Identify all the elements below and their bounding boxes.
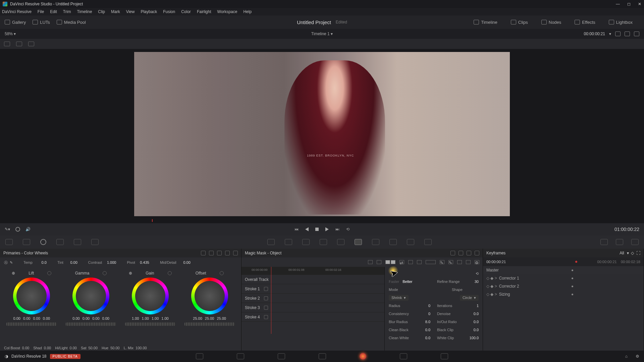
maximize-button[interactable]: ◻	[627, 2, 631, 6]
auto-icon[interactable]: Ⓐ	[4, 260, 8, 265]
lift-reset-icon[interactable]	[47, 271, 51, 275]
playhead-icon[interactable]	[152, 219, 153, 222]
track-stroke-3[interactable]: Stroke 3	[241, 303, 384, 312]
qualifier2-icon[interactable]	[302, 239, 310, 245]
keyframe-dot-icon[interactable]	[572, 269, 573, 271]
offset-wheel[interactable]	[191, 278, 228, 314]
quality-faster[interactable]: Faster	[389, 280, 399, 284]
quality-better[interactable]: Better	[402, 280, 412, 284]
transport-timecode[interactable]: 01:00:00:22	[614, 227, 639, 232]
track-stroke-4[interactable]: Stroke 4	[241, 312, 384, 322]
track-fwd-one-icon[interactable]	[417, 260, 422, 264]
keyframe-dot-icon[interactable]	[572, 278, 573, 279]
menu-mark[interactable]: Mark	[111, 9, 120, 14]
menu-dots-icon[interactable]	[475, 251, 479, 255]
menu-trim[interactable]: Trim	[63, 9, 71, 14]
reset-icon[interactable]	[467, 251, 471, 255]
kf-row-master[interactable]: Master	[483, 266, 644, 274]
shape-select[interactable]: Circle ▾	[460, 295, 479, 301]
kf-row-sizing[interactable]: ◇ ◆ >Sizing	[483, 290, 644, 298]
kf-dot-icon[interactable]: ◇	[631, 251, 634, 255]
curves2-icon[interactable]	[267, 239, 275, 245]
trash-icon[interactable]	[264, 306, 268, 310]
blur-icon[interactable]	[372, 239, 379, 245]
link-icon[interactable]: ⊕	[129, 271, 132, 276]
first-frame-button[interactable]: ⏮	[294, 227, 299, 232]
timeline-name[interactable]: Timeline 1	[311, 32, 330, 36]
trash-icon[interactable]	[264, 287, 268, 291]
track-swap-icon[interactable]: ⇄	[399, 260, 404, 264]
invert-icon[interactable]	[466, 260, 471, 264]
options-icon[interactable]	[634, 32, 639, 36]
mask-mode-icon[interactable]	[450, 251, 455, 255]
luts-button[interactable]: LUTs	[33, 20, 50, 25]
menu-view[interactable]: View	[126, 9, 135, 14]
track-rev-icon[interactable]	[377, 260, 381, 264]
track-overall[interactable]: Overall Track	[241, 275, 384, 284]
md-value[interactable]: 0.00	[178, 260, 191, 264]
fairlight-page-icon[interactable]	[400, 353, 407, 359]
keyframes-all[interactable]: All	[620, 251, 624, 255]
clips-button[interactable]: Clips	[511, 20, 528, 25]
prev-button[interactable]	[305, 227, 309, 231]
zoom-dropdown[interactable]: 58%	[5, 32, 13, 36]
lightbox-button[interactable]: Lightbox	[609, 20, 633, 25]
gamma-wheel[interactable]	[72, 278, 109, 314]
tint-value[interactable]: 0.00	[65, 260, 77, 264]
gamma-jog[interactable]	[66, 322, 116, 326]
minimize-button[interactable]: —	[616, 2, 620, 6]
mask-mode2-icon[interactable]	[459, 251, 463, 255]
trash-icon[interactable]	[264, 296, 268, 300]
qualifier-palette-icon[interactable]	[23, 239, 30, 245]
window-icon[interactable]	[320, 239, 327, 245]
contrast-value[interactable]: 1.000	[104, 260, 116, 264]
keyframe-dot-icon[interactable]	[572, 294, 573, 295]
viewer-timecode[interactable]: 00:00:00:21	[584, 32, 605, 36]
chevron-down-icon[interactable]: ▾	[609, 32, 611, 36]
picker-icon[interactable]: ✎	[10, 260, 13, 265]
offset-reset-icon[interactable]	[220, 271, 224, 275]
highlight-icon[interactable]	[28, 42, 34, 46]
gain-jog[interactable]	[125, 322, 175, 326]
audio-icon[interactable]: 🔊	[25, 227, 31, 232]
menu-help[interactable]: Help	[243, 9, 252, 14]
wheels-palette-icon[interactable]	[40, 239, 46, 245]
keyframes-tc[interactable]: 00:00:00:21	[486, 260, 506, 264]
warper2-icon[interactable]	[285, 239, 292, 245]
kf-expand-icon[interactable]: ⛶	[636, 251, 640, 255]
menu-davinci[interactable]: DaVinci Resolve	[2, 9, 32, 14]
chevron-down-icon[interactable]: ▾	[331, 32, 333, 36]
menu-dots-icon[interactable]	[233, 251, 238, 255]
bypass-icon[interactable]	[615, 32, 621, 36]
keyframes-icon[interactable]	[600, 239, 608, 245]
pause-icon[interactable]	[385, 260, 395, 264]
mode-select[interactable]: Shrink ▾	[389, 295, 409, 301]
keyframe-dot-icon[interactable]	[572, 286, 573, 287]
track-stroke-2[interactable]: Stroke 2	[241, 294, 384, 303]
gamma-reset-icon[interactable]	[103, 271, 107, 275]
toggle-overlay-icon[interactable]	[457, 260, 462, 264]
gain-reset-icon[interactable]	[168, 271, 172, 275]
menu-color[interactable]: Color	[181, 9, 191, 14]
kf-row-corrector-1[interactable]: ◇ ◆ >Corrector 1	[483, 274, 644, 282]
edit-page-icon[interactable]	[278, 353, 285, 359]
cut-page-icon[interactable]	[237, 353, 244, 359]
stop-button[interactable]	[315, 228, 319, 231]
menu-workspace[interactable]: Workspace	[217, 9, 237, 14]
project-settings-icon[interactable]: ⚙	[636, 354, 639, 359]
unmix-icon[interactable]	[15, 227, 20, 232]
gain-wheel[interactable]	[132, 278, 169, 314]
lift-wheel[interactable]	[13, 278, 50, 314]
track-rev-one-icon[interactable]	[368, 260, 373, 264]
trash-icon[interactable]	[264, 315, 268, 319]
effects-button[interactable]: Effects	[575, 20, 595, 25]
nodes-button[interactable]: Nodes	[541, 20, 561, 25]
pivot-value[interactable]: 0.435	[137, 260, 149, 264]
qualifier-icon[interactable]: ✎▾	[5, 227, 10, 232]
close-button[interactable]: ✕	[638, 2, 641, 6]
home-icon[interactable]: ⌂	[625, 354, 628, 359]
loop-button[interactable]: ⟲	[346, 227, 350, 232]
magicmask-icon[interactable]	[355, 239, 362, 245]
chevron-down-icon[interactable]: ▾	[14, 32, 16, 36]
menu-timeline[interactable]: Timeline	[77, 9, 92, 14]
